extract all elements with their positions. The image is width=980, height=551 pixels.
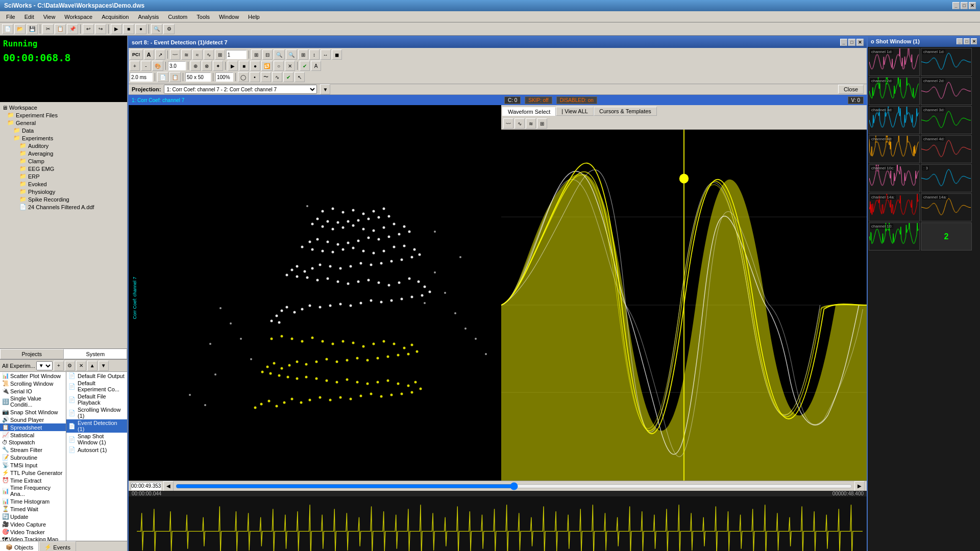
tb-zoom-out[interactable]: 🔍 — [286, 49, 297, 60]
rp-min[interactable]: _ — [957, 38, 963, 44]
menu-analysis[interactable]: Analysis — [134, 13, 163, 21]
tree-general[interactable]: 📁 General — [2, 119, 125, 127]
rp-close[interactable]: ✕ — [971, 38, 977, 44]
channel-2d-2[interactable]: channel 2d: — [921, 77, 972, 105]
type-stream-filter[interactable]: 🔧Stream Filter — [0, 446, 66, 454]
tree-erp[interactable]: 📁 ERP — [2, 172, 125, 180]
channel-14a-2[interactable]: channel 14a: — [921, 193, 972, 221]
rp-max[interactable]: □ — [964, 38, 970, 44]
type-single-value[interactable]: 🔢Single Value Conditi... — [0, 395, 66, 408]
tb-wf1[interactable]: 〰 — [170, 49, 180, 60]
tree-24-channels[interactable]: 📄 24 Channels Filtered A.ddf — [2, 203, 125, 211]
tb-fit[interactable]: ⊞ — [298, 49, 308, 60]
channel-10-1[interactable]: channel 10: — [869, 222, 920, 251]
tb-label[interactable]: A — [311, 61, 321, 71]
channel-14a-1[interactable]: channel 14a: — [869, 193, 920, 221]
tree-clamp[interactable]: 📁 Clamp — [2, 157, 125, 165]
obj-up[interactable]: ▲ — [87, 361, 97, 371]
tab-view-all[interactable]: | View ALL — [556, 107, 594, 116]
tb-check2[interactable]: ✔ — [283, 72, 293, 82]
tb-grid2[interactable]: ⊟ — [262, 49, 273, 60]
channel-3d-2[interactable]: channel 3d: — [921, 106, 972, 134]
tb-del-cluster[interactable]: - — [141, 61, 151, 71]
tb-rec[interactable]: ● — [250, 61, 260, 71]
tb-select1[interactable]: ⊕ — [190, 61, 201, 71]
tab-objects[interactable]: 📦 Objects — [0, 541, 39, 551]
tb-open[interactable]: 📂 — [14, 24, 26, 34]
type-sound[interactable]: 🔊Sound Player — [0, 416, 66, 423]
projection-select[interactable]: 1: Corr Coef: channel 7 - 2: Corr Coef: … — [164, 85, 317, 94]
type-timed-wait[interactable]: ⏳Timed Wait — [0, 505, 66, 513]
scatter-canvas[interactable]: Corr Coef: channel 7 — [129, 105, 501, 481]
type-stopwatch[interactable]: ⏱Stopwatch — [0, 439, 66, 446]
sort-maximize[interactable]: □ — [848, 39, 855, 46]
tb-new[interactable]: 📄 — [2, 24, 13, 34]
type-statistical[interactable]: 📈Statistical — [0, 431, 66, 439]
tb-save[interactable]: 💾 — [27, 24, 38, 34]
tree-experiments[interactable]: 📁 Experiments — [2, 134, 125, 142]
tb-t2[interactable]: 📋 — [169, 72, 181, 82]
obj-event-detection[interactable]: 📄 Event Detection (1) — [66, 419, 127, 433]
tb-wave-small[interactable]: 〜 — [261, 72, 271, 82]
tb-color[interactable]: 🎨 — [152, 61, 163, 71]
channel-1d-2[interactable]: channel 1d: — [921, 48, 972, 76]
tb-stop2[interactable]: ■ — [239, 61, 249, 71]
tb-play[interactable]: ▶ — [228, 61, 238, 71]
timeline-end[interactable]: ▶ — [854, 481, 865, 491]
tb-zoom-in[interactable]: 🔍 — [274, 49, 285, 60]
type-spreadsheet[interactable]: 📋Spreadsheet — [0, 423, 66, 431]
tb-wf4[interactable]: ∿ — [204, 49, 214, 60]
tb-cursor[interactable]: ↕ — [309, 49, 320, 60]
channel-3d-1[interactable]: channel 3d: — [869, 106, 920, 134]
wf-tool-3[interactable]: ≋ — [526, 118, 536, 129]
channel-4d-1[interactable]: channel 4d: — [869, 135, 920, 163]
close-btn[interactable]: ✕ — [969, 2, 976, 9]
type-scatter[interactable]: 📊Scatter Plot Window — [0, 372, 66, 380]
obj-del[interactable]: ✕ — [76, 361, 86, 371]
menu-edit[interactable]: Edit — [20, 13, 38, 21]
tb-marker[interactable]: ◼ — [332, 49, 342, 60]
obj-snap-shot[interactable]: 📄 Snap Shot Window (1) — [66, 433, 127, 446]
tb-wf3[interactable]: ≈ — [192, 49, 203, 60]
signal-canvas[interactable] — [129, 496, 867, 551]
type-update[interactable]: 🔄Update — [0, 513, 66, 520]
experiment-select[interactable]: ▼ — [36, 361, 53, 370]
tb-arrow[interactable]: ↗ — [155, 49, 165, 60]
type-ttl[interactable]: ⚡TTL Pulse Generator — [0, 469, 66, 477]
tab-events[interactable]: ⚡ Events — [39, 541, 76, 551]
type-serial[interactable]: 🔌Serial IO — [0, 387, 66, 395]
type-subroutine[interactable]: 📝Subroutine — [0, 454, 66, 461]
minimize-btn[interactable]: _ — [952, 2, 960, 9]
type-time-extract[interactable]: ⏰Time Extract — [0, 477, 66, 484]
tb-aa[interactable]: A — [144, 49, 154, 60]
wf-tool-4[interactable]: ⊞ — [537, 118, 547, 129]
tb-circle[interactable]: ◯ — [238, 72, 249, 82]
tb-cut[interactable]: ✂ — [42, 24, 54, 34]
tb-value-input[interactable] — [226, 50, 247, 59]
tb-t1[interactable]: 📄 — [157, 72, 168, 82]
tb-cancel-x[interactable]: ✕ — [285, 61, 295, 71]
menu-view[interactable]: View — [39, 13, 60, 21]
sort-close[interactable]: ✕ — [856, 39, 864, 46]
tab-waveform-select[interactable]: Waveform Select — [502, 107, 556, 116]
tb-wf5[interactable]: ⊞ — [215, 49, 225, 60]
channel-2d-1[interactable]: channel 2d: — [869, 77, 920, 105]
tb-dot[interactable]: • — [250, 72, 260, 82]
tree-physiology[interactable]: 📁 Physiology — [2, 188, 125, 195]
scatter-plot[interactable]: Corr Coef: channel 7 — [129, 115, 501, 481]
menu-help[interactable]: Help — [244, 13, 264, 21]
tb-ellipse[interactable]: ○ — [274, 61, 284, 71]
tb-size2[interactable] — [185, 72, 211, 82]
channel-10-num[interactable]: 2 — [921, 222, 972, 251]
projection-expand[interactable]: ▼ — [320, 84, 330, 94]
type-time-freq[interactable]: 📊Time Frequency Ana... — [0, 484, 66, 497]
menu-window[interactable]: Window — [215, 13, 243, 21]
obj-props[interactable]: ⚙ — [65, 361, 75, 371]
type-video-tracking-map[interactable]: 🗺Video Tracking Map — [0, 536, 66, 541]
obj-autosort[interactable]: 📄 Autosort (1) — [66, 446, 127, 454]
timeline-pos-input[interactable] — [131, 482, 161, 490]
type-snapshot[interactable]: 📷Snap Shot Window — [0, 408, 66, 416]
tab-cursors-templates[interactable]: Cursors & Templates — [594, 107, 657, 116]
wf-tool-2[interactable]: ∿ — [514, 118, 525, 129]
tree-experiment-files[interactable]: 📁 Experiment Files — [2, 111, 125, 119]
